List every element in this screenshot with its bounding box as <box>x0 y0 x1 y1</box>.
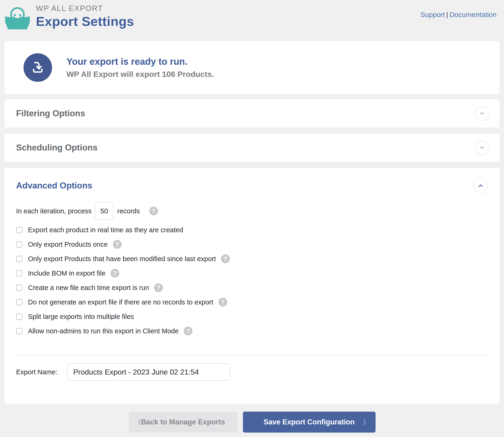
checkbox-row: Export each product in real time as they… <box>16 223 488 237</box>
back-button-label: Back to Manage Exports <box>141 418 225 426</box>
brand-text: WP ALL EXPORT Export Settings <box>36 4 134 29</box>
scheduling-options-title: Scheduling Options <box>16 143 97 153</box>
advanced-options-header: Advanced Options <box>16 179 488 193</box>
checkbox-label: Export each product in real time as they… <box>28 226 183 234</box>
checkbox-label: Allow non-admins to run this export in C… <box>28 327 179 335</box>
filtering-expand-button[interactable] <box>475 106 489 121</box>
export-name-input[interactable] <box>67 363 230 381</box>
iteration-label-before: In each iteration, process <box>16 207 92 215</box>
checkbox[interactable] <box>16 270 22 277</box>
ready-subtitle: WP All Export will export 106 Products. <box>66 70 214 79</box>
iteration-records-input[interactable] <box>95 202 113 220</box>
help-icon[interactable]: ? <box>154 283 163 292</box>
brand-name: WP ALL EXPORT <box>36 4 134 13</box>
ready-title: Your export is ready to run. <box>66 56 214 67</box>
download-icon <box>23 53 52 82</box>
checkbox[interactable] <box>16 285 22 291</box>
help-icon[interactable]: ? <box>113 240 122 249</box>
checkbox[interactable] <box>16 314 22 320</box>
checkbox-row: Only export Products once ? <box>16 237 488 252</box>
panel-advanced-options: Advanced Options In each iteration, proc… <box>4 168 500 405</box>
help-icon[interactable]: ? <box>149 207 158 216</box>
chevron-down-icon <box>478 144 486 152</box>
help-icon[interactable]: ? <box>221 254 230 263</box>
help-icon[interactable]: ? <box>111 269 119 278</box>
chevron-right-icon <box>362 418 367 426</box>
advanced-collapse-button[interactable] <box>473 179 488 193</box>
iteration-row: In each iteration, process records ? <box>16 202 488 220</box>
checkbox-label: Create a new file each time export is ru… <box>28 284 149 292</box>
checkbox-label: Split large exports into multiple files <box>28 313 134 320</box>
save-button-label: Save Export Configuration <box>264 418 355 426</box>
brand: WP ALL EXPORT Export Settings <box>5 3 134 29</box>
advanced-options-title: Advanced Options <box>16 181 92 190</box>
ready-text: Your export is ready to run. WP All Expo… <box>66 56 214 79</box>
help-icon[interactable]: ? <box>184 327 193 336</box>
checkbox-row: Create a new file each time export is ru… <box>16 280 488 295</box>
octopus-logo-icon <box>5 3 30 29</box>
back-to-manage-exports-button[interactable]: Back to Manage Exports <box>129 412 237 433</box>
advanced-checkbox-list: Export each product in real time as they… <box>16 223 488 338</box>
checkbox-label: Do not generate an export file if there … <box>28 298 213 306</box>
export-ready-banner: Your export is ready to run. WP All Expo… <box>4 41 500 94</box>
export-name-row: Export Name: <box>16 363 488 381</box>
page: WP ALL EXPORT Export Settings Support|Do… <box>0 0 504 433</box>
save-export-configuration-button[interactable]: Save Export Configuration <box>243 412 376 433</box>
checkbox-label: Include BOM in export file <box>28 269 105 277</box>
checkbox-row: Split large exports into multiple files <box>16 309 488 324</box>
checkbox[interactable] <box>16 227 22 233</box>
checkbox[interactable] <box>16 241 22 248</box>
documentation-link[interactable]: Documentation <box>449 11 496 18</box>
footer-actions: Back to Manage Exports Save Export Confi… <box>4 412 500 433</box>
checkbox-row: Allow non-admins to run this export in C… <box>16 324 488 338</box>
chevron-down-icon <box>478 109 486 117</box>
checkbox-row: Do not generate an export file if there … <box>16 295 488 309</box>
header-links: Support|Documentation <box>420 11 496 19</box>
checkbox-label: Only export Products that have been modi… <box>28 255 216 263</box>
help-icon[interactable]: ? <box>218 298 227 307</box>
support-link[interactable]: Support <box>420 11 445 18</box>
link-separator: | <box>445 11 449 18</box>
filtering-options-title: Filtering Options <box>16 109 85 118</box>
panel-scheduling-options[interactable]: Scheduling Options <box>4 133 500 162</box>
panel-filtering-options[interactable]: Filtering Options <box>4 99 500 128</box>
divider <box>16 355 488 356</box>
iteration-label-after: records <box>117 207 140 215</box>
checkbox-row: Include BOM in export file ? <box>16 266 488 280</box>
checkbox-row: Only export Products that have been modi… <box>16 252 488 266</box>
checkbox[interactable] <box>16 328 22 334</box>
chevron-left-icon <box>137 418 142 426</box>
header: WP ALL EXPORT Export Settings Support|Do… <box>4 0 500 41</box>
chevron-up-icon <box>477 182 485 190</box>
export-name-label: Export Name: <box>16 368 67 376</box>
checkbox[interactable] <box>16 256 22 262</box>
checkbox-label: Only export Products once <box>28 241 108 248</box>
checkbox[interactable] <box>16 299 22 305</box>
page-title: Export Settings <box>36 14 134 29</box>
scheduling-expand-button[interactable] <box>475 140 489 155</box>
